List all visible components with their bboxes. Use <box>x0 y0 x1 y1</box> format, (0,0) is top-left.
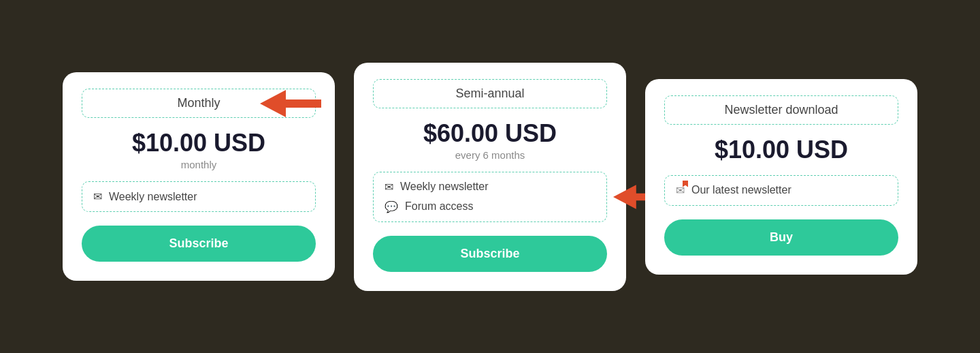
feature-latest-newsletter: ✉ Our latest newsletter <box>676 184 887 197</box>
feature-label: Our latest newsletter <box>691 184 791 196</box>
envelope-icon: ✉ <box>385 181 393 194</box>
price-amount: $60.00 USD <box>373 119 607 148</box>
subscribe-button-semi-annual[interactable]: Subscribe <box>373 236 607 272</box>
price-amount: $10.00 USD <box>82 129 316 157</box>
newsletter-envelope-icon: ✉ <box>676 184 685 197</box>
envelope-icon: ✉ <box>93 190 102 203</box>
feature-label: Weekly newsletter <box>400 181 489 193</box>
button-label: Buy <box>770 230 793 244</box>
button-label: Subscribe <box>169 236 228 250</box>
card-semi-annual: Semi-annual $60.00 USD every 6 months ✉ … <box>354 63 626 291</box>
subscribe-button-monthly[interactable]: Subscribe <box>82 226 316 262</box>
plan-name-semi-annual: Semi-annual <box>373 79 607 108</box>
feature-weekly-newsletter: ✉ Weekly newsletter <box>385 181 595 194</box>
price-section-newsletter: $10.00 USD <box>664 136 898 164</box>
price-period: monthly <box>82 159 316 170</box>
price-section-monthly: $10.00 USD monthly <box>82 129 316 170</box>
arrow-left-icon <box>260 87 321 120</box>
plan-name-label: Newsletter download <box>724 103 838 117</box>
bookmark-badge <box>683 181 688 187</box>
svg-marker-0 <box>260 90 321 117</box>
card-newsletter-download: Newsletter download $10.00 USD ✉ Our lat… <box>645 79 917 275</box>
plan-name-newsletter: Newsletter download <box>664 95 898 125</box>
button-label: Subscribe <box>460 247 519 260</box>
plan-name-label: Monthly <box>177 96 220 110</box>
feature-weekly-newsletter: ✉ Weekly newsletter <box>93 190 304 203</box>
chat-icon: 💬 <box>385 200 398 213</box>
buy-button-newsletter[interactable]: Buy <box>664 219 898 256</box>
price-amount: $10.00 USD <box>664 136 898 164</box>
pricing-cards-container: Monthly $10.00 USD monthly ✉ Weekly news… <box>63 63 917 291</box>
feature-label: Forum access <box>405 200 473 213</box>
card-monthly: Monthly $10.00 USD monthly ✉ Weekly news… <box>63 72 335 281</box>
features-box-monthly: ✉ Weekly newsletter <box>82 181 316 212</box>
price-period: every 6 months <box>373 149 607 161</box>
plan-name-label: Semi-annual <box>455 87 524 100</box>
feature-label: Weekly newsletter <box>109 191 197 203</box>
features-box-semi-annual: ✉ Weekly newsletter 💬 Forum access <box>373 172 607 222</box>
price-section-semi-annual: $60.00 USD every 6 months <box>373 119 607 161</box>
features-box-newsletter: ✉ Our latest newsletter <box>664 175 898 206</box>
feature-forum-access: 💬 Forum access <box>385 200 595 213</box>
